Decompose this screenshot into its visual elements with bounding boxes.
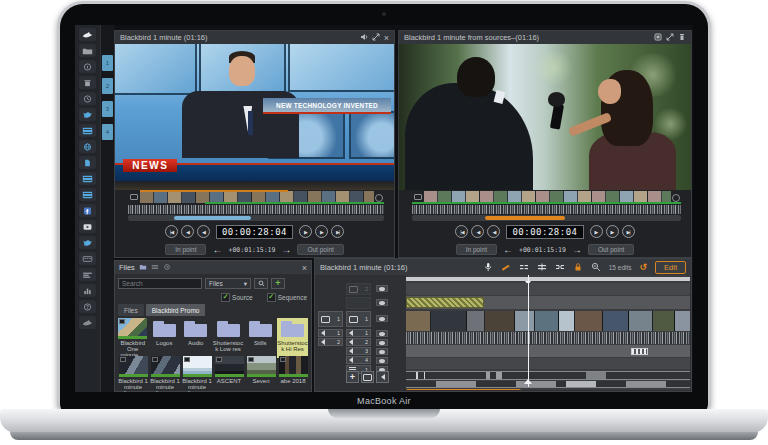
jump-back-arrow-icon[interactable]: ← xyxy=(212,245,222,255)
twitter-icon[interactable] xyxy=(79,108,96,121)
transport-forward-button[interactable]: ▶ xyxy=(299,225,312,238)
trash-icon[interactable] xyxy=(678,33,686,43)
blackbird-grey-icon[interactable] xyxy=(79,316,96,329)
viewer-panel-icon[interactable] xyxy=(79,124,96,137)
audio-waveform-track[interactable] xyxy=(412,204,681,214)
player-scrollbar-thumb[interactable] xyxy=(485,216,566,220)
search-input[interactable] xyxy=(118,278,202,289)
timeline-scrollbar-thumb[interactable] xyxy=(406,389,521,390)
track-eye-icon[interactable] xyxy=(376,348,388,355)
timeline-navigator-row[interactable] xyxy=(406,371,690,380)
file-item[interactable]: abe 2018 xyxy=(278,356,308,392)
filmstrip-track[interactable] xyxy=(128,191,384,203)
timeline-icon[interactable] xyxy=(79,268,96,281)
source-checkbox[interactable]: ✓Source xyxy=(221,293,253,302)
add-track-button[interactable]: + xyxy=(346,371,359,383)
add-file-button[interactable]: + xyxy=(271,278,285,289)
player-scrollbar-thumb[interactable] xyxy=(174,216,251,220)
track-eye-icon[interactable] xyxy=(376,315,388,322)
transport-back-button[interactable]: ◀ xyxy=(181,225,194,238)
settings-icon[interactable] xyxy=(375,194,383,202)
files-tab[interactable]: Blackbird Promo xyxy=(146,304,206,316)
source-audio-track[interactable]: 2 xyxy=(346,338,371,346)
voiceover-mic-icon[interactable] xyxy=(483,262,493,272)
small-clip[interactable] xyxy=(631,348,648,355)
source-audio-track[interactable]: 1 xyxy=(346,329,371,337)
expand-icon[interactable] xyxy=(666,33,674,43)
search-button[interactable] xyxy=(254,278,268,289)
list-view-icon[interactable] xyxy=(151,263,159,273)
output-audio-track[interactable]: 1 xyxy=(318,329,343,337)
help-icon[interactable] xyxy=(79,300,96,313)
transport-forward-button[interactable]: ▶ xyxy=(606,225,619,238)
viewer-tab[interactable]: 2 xyxy=(102,78,113,94)
add-video-track-button[interactable] xyxy=(361,371,374,383)
add-audio-track-button[interactable] xyxy=(376,371,389,383)
title-track-lane[interactable] xyxy=(406,296,690,309)
jump-forward-arrow-icon[interactable]: → xyxy=(572,245,582,255)
lock-icon[interactable] xyxy=(573,262,583,272)
title-clip[interactable] xyxy=(406,297,484,308)
source-audio-track[interactable]: 3 xyxy=(346,347,371,355)
video-track-2-lane[interactable] xyxy=(406,283,690,295)
track-toggle-video2[interactable]: 2 xyxy=(346,283,371,295)
files-filter-dropdown[interactable]: Files ▾ xyxy=(205,278,251,289)
info-icon[interactable] xyxy=(79,60,96,73)
file-item[interactable]: Stills xyxy=(246,318,276,358)
zoom-out-icon[interactable] xyxy=(591,262,601,272)
player-scrollbar-track[interactable] xyxy=(128,215,384,221)
transport-forward-button[interactable]: ▶| xyxy=(622,225,635,238)
lower-track-lane[interactable] xyxy=(406,345,690,357)
transport-back-button[interactable]: |◀ xyxy=(455,225,468,238)
file-item[interactable]: Blackbird 1 minute from ... xyxy=(182,356,212,392)
file-item[interactable]: ASCENT xyxy=(214,356,244,392)
speaker-icon[interactable] xyxy=(360,33,368,43)
viewer-tab[interactable]: 4 xyxy=(102,124,113,140)
file-item[interactable]: Blackbird 1 minute from ... xyxy=(118,356,148,392)
folder-icon[interactable] xyxy=(139,263,147,273)
history-icon[interactable] xyxy=(79,92,96,105)
file-item[interactable]: Blackbird One minute ... xyxy=(118,318,148,358)
settings-icon[interactable] xyxy=(672,194,680,202)
filmstrip-track[interactable] xyxy=(412,191,681,203)
in-point-button[interactable]: In point xyxy=(456,244,497,255)
file-item[interactable]: Shutterstock Hi Res xyxy=(277,318,308,358)
source-video-track[interactable]: 1 xyxy=(346,311,371,327)
globe-icon[interactable] xyxy=(79,140,96,153)
viewer-panel-icon[interactable] xyxy=(79,172,96,185)
video-track-1-lane[interactable] xyxy=(406,311,690,331)
playhead-marker-bottom[interactable] xyxy=(524,379,532,384)
file-item[interactable]: Blackbird 1 minute from ... xyxy=(150,356,180,392)
empty-track-lane[interactable] xyxy=(406,358,690,369)
audio-waveform-track[interactable] xyxy=(128,204,384,214)
file-item[interactable]: Audio xyxy=(181,318,211,358)
insert-edit-icon[interactable] xyxy=(519,262,529,272)
viewer-tab[interactable]: 3 xyxy=(102,101,113,117)
trash-icon[interactable] xyxy=(79,76,96,89)
timeline-ruler[interactable] xyxy=(406,277,690,281)
track-eye-icon[interactable] xyxy=(376,299,388,306)
twitter-icon[interactable] xyxy=(79,236,96,249)
sequence-checkbox[interactable]: ✓Sequence xyxy=(267,293,307,302)
jump-forward-arrow-icon[interactable]: → xyxy=(281,245,291,255)
track-eye-icon[interactable] xyxy=(376,330,388,337)
player-title-bar[interactable]: Blackbird 1 minute (01:16) × xyxy=(115,31,394,44)
transport-back-button[interactable]: ◀ xyxy=(471,225,484,238)
out-point-button[interactable]: Out point xyxy=(588,244,634,255)
output-video-track[interactable]: 1 xyxy=(318,311,343,327)
transport-forward-button[interactable]: ▶ xyxy=(315,225,328,238)
close-icon[interactable]: × xyxy=(302,264,307,272)
overwrite-edit-icon[interactable] xyxy=(537,262,547,272)
razor-tool-icon[interactable] xyxy=(501,262,511,272)
file-item[interactable]: Logos xyxy=(150,318,180,358)
youtube-icon[interactable] xyxy=(79,220,96,233)
output-audio-track[interactable]: 2 xyxy=(318,338,343,346)
expand-icon[interactable] xyxy=(372,33,380,43)
video-clips[interactable] xyxy=(406,311,690,331)
timeline-lanes[interactable] xyxy=(406,275,690,390)
transport-back-button[interactable]: |◀ xyxy=(165,225,178,238)
file-item[interactable]: Seven xyxy=(246,356,276,392)
jump-back-arrow-icon[interactable]: ← xyxy=(503,245,513,255)
file-item[interactable]: Shutterstock Low res xyxy=(213,318,244,358)
transport-back-button[interactable]: ◀ xyxy=(487,225,500,238)
